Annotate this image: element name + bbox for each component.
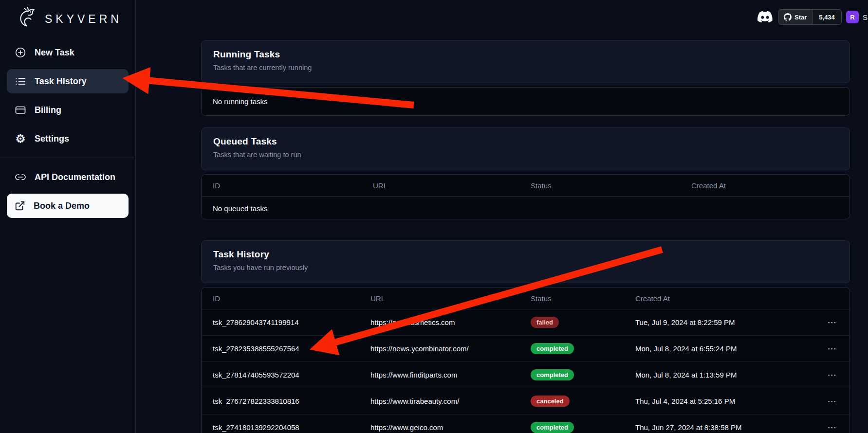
github-star-widget[interactable]: Star 5,434 xyxy=(778,9,842,25)
github-star-button[interactable]: Star xyxy=(778,10,812,24)
cell-url: https://notecosmetics.com xyxy=(370,318,531,326)
sidebar-item-label: Billing xyxy=(35,105,61,115)
row-menu-button[interactable]: ⋯ xyxy=(815,343,850,354)
sidebar-item-label: Task History xyxy=(35,76,87,87)
cell-url: https://www.tirabeauty.com/ xyxy=(370,397,531,405)
list-icon xyxy=(15,75,26,87)
app-root: SKYVERN New Task Task History xyxy=(0,0,868,433)
queued-tasks-subtitle: Tasks that are waiting to run xyxy=(213,151,838,159)
sidebar: SKYVERN New Task Task History xyxy=(0,0,136,433)
row-menu-button[interactable]: ⋯ xyxy=(815,422,850,433)
logo: SKYVERN xyxy=(0,0,135,31)
avatar-initial: R xyxy=(850,14,854,21)
cell-id: tsk_278235388555267564 xyxy=(213,344,370,353)
status-badge: completed xyxy=(531,422,574,433)
sidebar-item-label: API Documentation xyxy=(35,172,115,182)
sidebar-item-task-history[interactable]: Task History xyxy=(7,69,129,93)
cell-id: tsk_276727822333810816 xyxy=(213,397,370,405)
column-header-created-at: Created At xyxy=(691,181,850,190)
task-history-title: Task History xyxy=(213,249,838,260)
cell-created: Tue, Jul 9, 2024 at 8:22:59 PM xyxy=(635,318,815,326)
table-row[interactable]: tsk_276727822333810816 https://www.tirab… xyxy=(202,388,850,415)
cell-id: tsk_278629043741199914 xyxy=(213,318,370,326)
table-row[interactable]: tsk_278235388555267564 https://news.ycom… xyxy=(202,336,850,362)
column-header-id: ID xyxy=(213,181,373,190)
running-tasks-body: No running tasks xyxy=(201,87,850,116)
column-header-created-at: Created At xyxy=(635,294,815,303)
sidebar-item-api-documentation[interactable]: API Documentation xyxy=(7,165,129,189)
discord-icon[interactable] xyxy=(757,9,773,24)
cell-created: Thu, Jun 27, 2024 at 8:38:58 PM xyxy=(635,423,815,432)
table-row[interactable]: tsk_278147405593572204 https://www.findi… xyxy=(202,362,850,388)
avatar[interactable]: R xyxy=(846,11,859,23)
github-star-label: Star xyxy=(794,14,807,21)
status-badge: failed xyxy=(531,317,559,328)
cell-url: https://www.geico.com xyxy=(370,423,531,432)
history-rows: tsk_278629043741199914 https://notecosme… xyxy=(202,309,850,433)
clipped-user-text: S xyxy=(863,13,868,21)
sidebar-item-settings[interactable]: ⚙ Settings xyxy=(7,126,129,151)
status-badge: canceled xyxy=(531,396,570,407)
sidebar-item-new-task[interactable]: New Task xyxy=(7,40,129,65)
queued-table-header-row: ID URL Status Created At xyxy=(202,175,850,197)
discord-logo xyxy=(757,9,773,24)
column-header-url: URL xyxy=(370,294,531,303)
sidebar-item-label: Settings xyxy=(35,134,69,144)
cell-id: tsk_278147405593572204 xyxy=(213,371,370,379)
sidebar-divider xyxy=(0,158,135,158)
cell-created: Mon, Jul 8, 2024 at 6:55:24 PM xyxy=(635,344,815,353)
github-star-count[interactable]: 5,434 xyxy=(812,10,841,24)
star-count-value: 5,434 xyxy=(819,14,835,21)
external-link-icon xyxy=(15,200,25,211)
queued-tasks-title: Queued Tasks xyxy=(213,136,838,147)
task-history-table: ID URL Status Created At tsk_27862904374… xyxy=(201,287,850,433)
column-header-status: Status xyxy=(531,181,691,190)
row-menu-button[interactable]: ⋯ xyxy=(815,369,850,380)
running-tasks-empty: No running tasks xyxy=(202,88,850,115)
column-header-url: URL xyxy=(373,181,531,190)
gear-icon: ⚙ xyxy=(15,133,26,144)
status-badge: completed xyxy=(531,369,574,380)
task-history-subtitle: Tasks you have run previously xyxy=(213,264,838,271)
sidebar-item-label: Book a Demo xyxy=(34,201,90,211)
row-menu-button[interactable]: ⋯ xyxy=(815,396,850,407)
history-table-header-row: ID URL Status Created At xyxy=(202,288,850,309)
table-row[interactable]: tsk_274180139292204058 https://www.geico… xyxy=(202,415,850,433)
row-menu-button[interactable]: ⋯ xyxy=(815,317,850,328)
cell-id: tsk_274180139292204058 xyxy=(213,423,370,432)
github-icon xyxy=(784,13,792,21)
link-icon xyxy=(15,171,26,183)
cell-created: Thu, Jul 4, 2024 at 5:25:16 PM xyxy=(635,397,815,405)
skyvern-logo-icon xyxy=(15,7,39,31)
table-row[interactable]: tsk_278629043741199914 https://notecosme… xyxy=(202,309,850,336)
book-a-demo-button[interactable]: Book a Demo xyxy=(7,194,129,218)
queued-tasks-empty: No queued tasks xyxy=(202,197,850,219)
column-header-id: ID xyxy=(213,294,370,303)
queued-tasks-table: ID URL Status Created At No queued tasks xyxy=(201,174,850,219)
running-tasks-subtitle: Tasks that are currently running xyxy=(213,64,838,72)
sidebar-item-label: New Task xyxy=(35,48,74,58)
plus-circle-icon xyxy=(15,47,26,58)
column-header-status: Status xyxy=(531,294,635,303)
task-history-header: Task History Tasks you have run previous… xyxy=(201,240,850,283)
queued-tasks-header: Queued Tasks Tasks that are waiting to r… xyxy=(201,127,850,170)
sidebar-nav: New Task Task History Billing ⚙ Settings xyxy=(0,40,135,222)
cell-url: https://www.finditparts.com xyxy=(370,371,531,379)
running-tasks-title: Running Tasks xyxy=(213,49,838,60)
brand-name: SKYVERN xyxy=(45,13,122,26)
credit-card-icon xyxy=(15,104,26,116)
cell-url: https://news.ycombinator.com/ xyxy=(370,344,531,353)
cell-created: Mon, Jul 8, 2024 at 1:13:59 PM xyxy=(635,371,815,379)
status-badge: completed xyxy=(531,343,574,354)
running-tasks-header: Running Tasks Tasks that are currently r… xyxy=(201,40,850,83)
sidebar-item-billing[interactable]: Billing xyxy=(7,98,129,122)
